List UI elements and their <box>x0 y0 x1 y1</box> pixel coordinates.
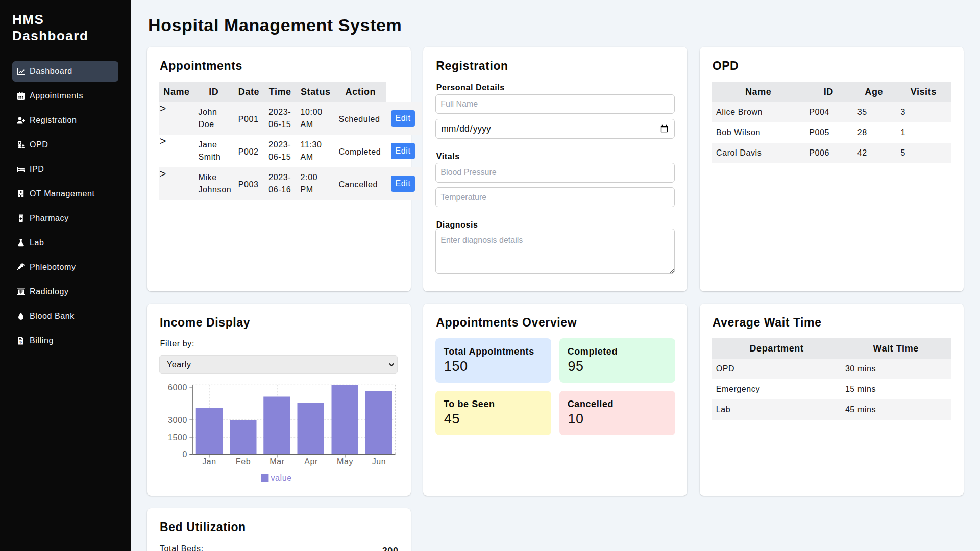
svg-text:Jan: Jan <box>202 457 216 466</box>
svg-text:6000: 6000 <box>168 383 187 392</box>
svg-text:Mar: Mar <box>270 457 284 466</box>
svg-text:1500: 1500 <box>168 433 187 442</box>
svg-text:3000: 3000 <box>168 416 187 424</box>
svg-text:$: $ <box>20 340 22 344</box>
svg-text:Apr: Apr <box>304 457 318 466</box>
svg-text:Feb: Feb <box>236 457 251 466</box>
svg-text:0: 0 <box>183 450 188 459</box>
svg-text:Jun: Jun <box>372 457 386 466</box>
svg-text:May: May <box>337 457 353 466</box>
svg-text:value: value <box>271 473 291 482</box>
